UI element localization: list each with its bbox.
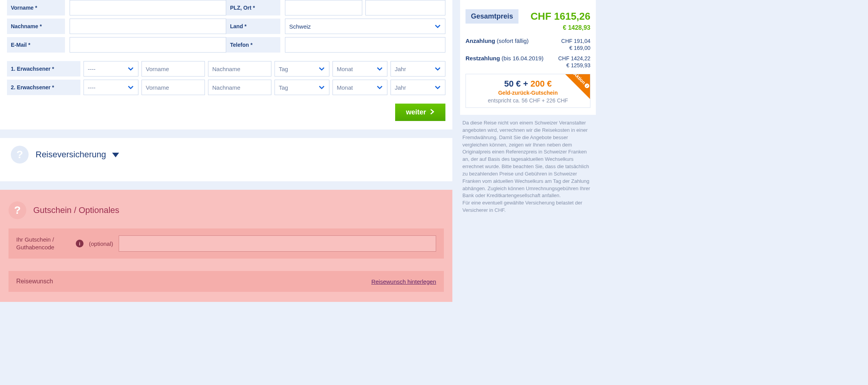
traveller-1-year[interactable]: Jahr [391, 61, 445, 77]
chevron-right-icon [430, 108, 435, 116]
insurance-panel: ? Reiseversicherung [0, 138, 452, 181]
traveller-1-day[interactable]: Tag [275, 61, 329, 77]
label-land: Land * [226, 19, 280, 34]
traveller-row-2: 2. Erwachsener * ---- Tag Monat [7, 80, 445, 95]
insurance-title[interactable]: Reiseversicherung [36, 150, 119, 160]
traveller-1-vorname[interactable] [142, 61, 205, 77]
traveller-2-day[interactable]: Tag [275, 80, 329, 95]
ort-input[interactable] [365, 0, 445, 15]
promo-amount-1: 50 € + [504, 79, 530, 89]
total-price-eur: € 1428,93 [563, 24, 590, 31]
label-nachname: Nachname * [7, 19, 65, 34]
promo-amount-2: 200 € [530, 79, 552, 89]
price-sidebar: Gesamtpreis CHF 1615,26 € 1428,93 Anzahl… [460, 0, 597, 302]
voucher-panel: ? Gutschein / Optionales Ihr Gutschein /… [0, 190, 452, 302]
telefon-input[interactable] [285, 37, 445, 53]
voucher-title: Gutschein / Optionales [33, 205, 119, 215]
traveller-2-nachname[interactable] [208, 80, 271, 95]
total-price-label: Gesamtpreis [466, 9, 518, 24]
deposit-chf: CHF 191,04 [561, 38, 590, 44]
travel-wish-label: Reisewunsch [16, 278, 53, 285]
currency-disclaimer: Da diese Reise nicht von einem Schweizer… [460, 115, 596, 214]
traveller-2-month[interactable]: Monat [333, 80, 387, 95]
total-price-chf: CHF 1615,26 [530, 10, 590, 22]
help-icon: ? [11, 146, 29, 164]
traveller-1-salutation[interactable]: ---- [84, 61, 138, 77]
voucher-optional-text: (optional) [89, 240, 113, 247]
rest-chf: CHF 1424,22 [558, 55, 590, 61]
label-plzort: PLZ, Ort * [226, 0, 280, 15]
info-icon[interactable]: i [76, 240, 84, 247]
travel-wish-link[interactable]: Reisewunsch hinterlegen [371, 278, 436, 285]
traveller-row-1: 1. Erwachsener * ---- Tag Monat [7, 61, 445, 77]
traveller-2-year[interactable]: Jahr [391, 80, 445, 95]
traveller-1-nachname[interactable] [208, 61, 271, 77]
voucher-code-input[interactable] [119, 235, 436, 252]
customer-form-panel: Vorname * Nachname * E-Mail * PL [0, 0, 452, 129]
traveller-1-month[interactable]: Monat [333, 61, 387, 77]
land-select[interactable]: Schweiz [285, 19, 445, 34]
plz-input[interactable] [285, 0, 362, 15]
label-email: E-Mail * [7, 37, 65, 53]
triangle-down-icon [112, 150, 119, 159]
label-vorname: Vorname * [7, 0, 65, 15]
help-icon: ? [9, 201, 26, 219]
traveller-2-vorname[interactable] [142, 80, 205, 95]
weiter-button[interactable]: weiter [395, 104, 445, 121]
deposit-eur: € 169,00 [570, 45, 591, 51]
deposit-label: Anzahlung (sofort fällig) [466, 37, 529, 44]
traveller-1-label: 1. Erwachsener * [7, 61, 80, 77]
rest-eur: € 1259,93 [566, 62, 590, 68]
traveller-2-label: 2. Erwachsener * [7, 80, 80, 95]
nachname-input[interactable] [70, 19, 226, 34]
vorname-input[interactable] [70, 0, 226, 15]
traveller-2-salutation[interactable]: ---- [84, 80, 138, 95]
email-input[interactable] [70, 37, 226, 53]
promo-box: Aktion i 50 € + 200 € Geld-zurück-Gutsch… [466, 74, 590, 108]
label-telefon: Telefon * [226, 37, 280, 53]
voucher-code-label: Ihr Gutschein / Guthabencode [16, 236, 70, 252]
rest-label: Restzahlung (bis 16.04.2019) [466, 55, 544, 61]
